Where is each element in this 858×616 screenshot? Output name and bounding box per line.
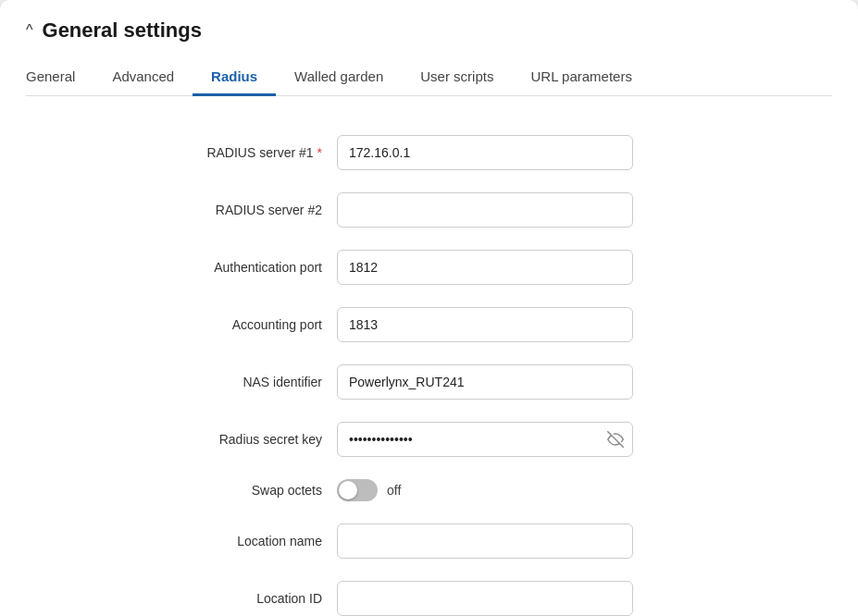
form-row-radius-server-2: RADIUS server #2 bbox=[26, 181, 832, 239]
form-row-accounting-port: Accounting port bbox=[26, 296, 832, 353]
form-row-auth-port: Authentication port bbox=[26, 239, 832, 296]
input-location-id[interactable] bbox=[337, 581, 633, 616]
form-row-nas-identifier: NAS identifier bbox=[26, 353, 832, 411]
tab-url-parameters[interactable]: URL parameters bbox=[512, 59, 650, 96]
collapse-icon[interactable]: ^ bbox=[26, 22, 33, 39]
settings-card: ^ General settings General Advanced Radi… bbox=[0, 0, 858, 616]
form-row-location-name: Location name bbox=[26, 512, 832, 570]
input-radius-secret-key[interactable] bbox=[337, 422, 633, 457]
input-radius-server-1[interactable] bbox=[337, 135, 633, 170]
form-row-radius-server-1: RADIUS server #1 * bbox=[26, 124, 832, 181]
label-accounting-port: Accounting port bbox=[26, 317, 322, 332]
label-nas-identifier: NAS identifier bbox=[26, 375, 322, 389]
swap-octets-toggle[interactable] bbox=[337, 479, 378, 501]
label-radius-secret-key: Radius secret key bbox=[26, 432, 322, 447]
input-location-name[interactable] bbox=[337, 524, 633, 559]
label-radius-server-1: RADIUS server #1 * bbox=[26, 145, 322, 160]
page-title: General settings bbox=[43, 18, 202, 43]
tab-nav: General Advanced Radius Walled garden Us… bbox=[26, 59, 832, 96]
label-auth-port: Authentication port bbox=[26, 260, 322, 275]
label-location-name: Location name bbox=[26, 534, 322, 548]
label-radius-server-2: RADIUS server #2 bbox=[26, 203, 322, 217]
input-radius-server-2[interactable] bbox=[337, 192, 633, 228]
input-accounting-port[interactable] bbox=[337, 307, 633, 342]
tab-general[interactable]: General bbox=[26, 59, 93, 96]
tab-advanced[interactable]: Advanced bbox=[93, 59, 193, 96]
label-swap-octets: Swap octets bbox=[26, 483, 322, 498]
tab-user-scripts[interactable]: User scripts bbox=[402, 59, 512, 96]
form-section: RADIUS server #1 * RADIUS server #2 Auth… bbox=[26, 124, 832, 616]
toggle-thumb bbox=[339, 481, 357, 499]
toggle-visibility-icon[interactable] bbox=[607, 431, 624, 448]
input-nas-identifier[interactable] bbox=[337, 364, 633, 400]
form-row-location-id: Location ID bbox=[26, 570, 832, 616]
form-row-swap-octets: Swap octets off bbox=[26, 468, 832, 512]
swap-octets-toggle-row: off bbox=[337, 479, 401, 501]
secret-key-input-wrapper bbox=[337, 422, 633, 457]
tab-radius[interactable]: Radius bbox=[193, 59, 276, 96]
required-star-1: * bbox=[317, 145, 322, 160]
input-auth-port[interactable] bbox=[337, 250, 633, 285]
form-row-radius-secret-key: Radius secret key bbox=[26, 411, 832, 468]
label-location-id: Location ID bbox=[26, 591, 322, 606]
swap-octets-state-label: off bbox=[387, 483, 401, 498]
card-header: ^ General settings bbox=[26, 18, 832, 43]
tab-walled-garden[interactable]: Walled garden bbox=[276, 59, 402, 96]
